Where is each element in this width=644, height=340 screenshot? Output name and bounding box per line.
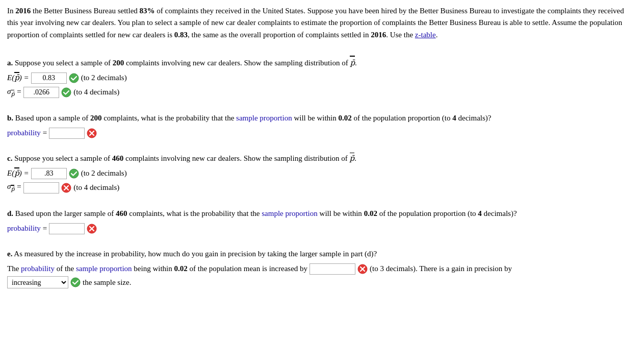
ep-label-c: E(p̄) = bbox=[7, 167, 29, 179]
sigma-row-c: σp̄ = (to 4 decimals) bbox=[7, 181, 637, 194]
check-icon-e bbox=[70, 277, 81, 287]
svg-point-5 bbox=[69, 169, 79, 178]
main-content: In 2016 the Better Business Bureau settl… bbox=[7, 5, 637, 288]
part-d-text: d. Based upon the larger sample of 460 c… bbox=[7, 208, 637, 220]
svg-point-1 bbox=[62, 88, 71, 97]
sigma-label-c: σp̄ = bbox=[7, 181, 21, 194]
prob-input-d[interactable] bbox=[49, 223, 85, 234]
x-icon-d bbox=[87, 224, 97, 234]
sigma-row-a: σp̄ = (to 4 decimals) bbox=[7, 86, 637, 99]
ep-input-a[interactable] bbox=[31, 72, 67, 84]
part-a-text: a. Suppose you select a sample of 200 co… bbox=[7, 56, 637, 69]
part-e-sentence-start: The probability of the sample proportion… bbox=[7, 263, 307, 275]
check-icon-ep-c bbox=[69, 168, 79, 179]
part-e-sentence-end1: (to 3 decimals). There is a gain in prec… bbox=[370, 263, 512, 275]
prob-label-d: probability bbox=[7, 223, 41, 234]
x-icon-b bbox=[87, 128, 97, 138]
ep-row-c: E(p̄) = (to 2 decimals) bbox=[7, 167, 637, 179]
part-e-sentence: The probability of the sample proportion… bbox=[7, 263, 637, 275]
part-e-text: e. As measured by the increase in probab… bbox=[7, 248, 637, 260]
precision-gain-input[interactable] bbox=[310, 263, 355, 275]
ep-label: E(p̄) = bbox=[7, 72, 29, 84]
svg-point-0 bbox=[69, 74, 79, 83]
prob-label-b: probability bbox=[7, 127, 41, 139]
prob-input-b[interactable] bbox=[49, 128, 85, 139]
prob-row-b: probability = bbox=[7, 127, 637, 139]
x-icon-e bbox=[357, 264, 368, 274]
intro-paragraph: In 2016 the Better Business Bureau settl… bbox=[7, 5, 637, 41]
part-b-text: b. Based upon a sample of 200 complaints… bbox=[7, 112, 637, 124]
ep-row: E(p̄) = (to 2 decimals) bbox=[7, 72, 637, 84]
prob-row-d: probability = bbox=[7, 223, 637, 234]
part-e-dropdown-row: increasing decreasing the sample size. bbox=[7, 276, 637, 288]
check-icon-ep-a bbox=[69, 73, 79, 83]
ztable-link[interactable]: z-table bbox=[415, 31, 436, 39]
x-icon-sigma-c bbox=[61, 183, 71, 193]
precision-dropdown[interactable]: increasing decreasing bbox=[7, 276, 68, 288]
ep-input-c[interactable] bbox=[31, 168, 67, 179]
svg-point-15 bbox=[71, 278, 80, 287]
sigma-note-a: (to 4 decimals) bbox=[73, 86, 119, 98]
ep-note-c: (to 2 decimals) bbox=[81, 167, 127, 179]
sigma-input-a[interactable] bbox=[23, 87, 59, 98]
part-e-sentence-end2: the sample size. bbox=[83, 277, 131, 288]
sigma-label-a: σp̄ = bbox=[7, 86, 21, 99]
ep-note-a: (to 2 decimals) bbox=[81, 72, 127, 84]
part-c-text: c. Suppose you select a sample of 460 co… bbox=[7, 153, 637, 164]
check-icon-sigma-a bbox=[61, 87, 71, 98]
sigma-note-c: (to 4 decimals) bbox=[73, 182, 119, 193]
sigma-input-c[interactable] bbox=[23, 182, 59, 193]
